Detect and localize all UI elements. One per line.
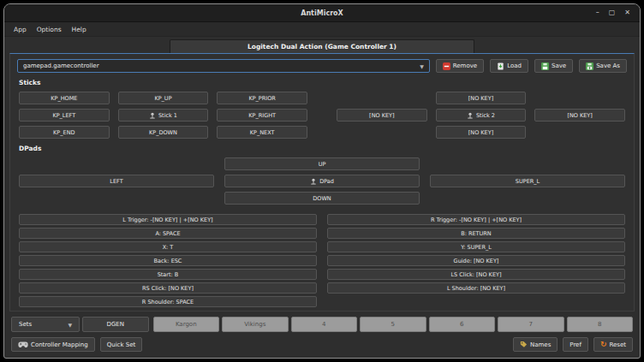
- names-button[interactable]: Names: [513, 337, 558, 352]
- r-trigger-button[interactable]: R Trigger: -[NO KEY] | +[NO KEY]: [327, 214, 625, 225]
- stick1-left-button[interactable]: KP_LEFT: [19, 109, 110, 122]
- tab-controller[interactable]: Logitech Dual Action (Game Controller 1): [170, 39, 474, 53]
- l-trigger-button[interactable]: L Trigger: -[NO KEY] | +[NO KEY]: [19, 214, 317, 225]
- menubar: App Options Help: [4, 22, 640, 37]
- set-tab-4[interactable]: 4: [291, 317, 358, 332]
- stick2-grid: [NO KEY] [NO KEY] Stick 2 [NO KEY] [NO K…: [337, 92, 625, 139]
- remove-icon: [443, 62, 450, 70]
- stick1-up-left-button[interactable]: KP_HOME: [19, 92, 110, 104]
- dpad-down-button[interactable]: DOWN: [224, 192, 420, 205]
- remove-button-label: Remove: [453, 62, 477, 69]
- reset-button[interactable]: ↻ Reset: [593, 337, 633, 352]
- controller-mapping-label: Controller Mapping: [31, 341, 88, 348]
- pref-button[interactable]: Pref: [563, 337, 588, 352]
- stick2-label: Stick 2: [476, 112, 495, 119]
- y-button[interactable]: Y: SUPER_L: [327, 241, 625, 252]
- pref-button-label: Pref: [569, 341, 581, 348]
- controller-tabbar: Logitech Dual Action (Game Controller 1): [4, 37, 640, 53]
- stick2-left-button[interactable]: [NO KEY]: [337, 109, 427, 122]
- stick1-grid: KP_HOME KP_UP KP_PRIOR KP_LEFT Stick 1 K…: [19, 92, 307, 139]
- dpads-heading: DPads: [19, 145, 627, 152]
- button-assignments: L Trigger: -[NO KEY] | +[NO KEY] A: SPAC…: [17, 214, 627, 307]
- stick1-label: Stick 1: [158, 112, 177, 119]
- profile-combobox[interactable]: gamepad.gamecontroller ▼: [17, 59, 430, 73]
- tag-icon: [520, 341, 528, 348]
- set-tab-6[interactable]: 6: [429, 317, 496, 332]
- button-column-left: L Trigger: -[NO KEY] | +[NO KEY] A: SPAC…: [19, 214, 317, 307]
- save-button-label: Save: [552, 62, 566, 69]
- controller-mapping-button[interactable]: Controller Mapping: [11, 337, 95, 352]
- joystick-icon: [149, 112, 156, 119]
- sets-dropdown[interactable]: Sets ▼: [11, 317, 80, 332]
- r-shoulder-button[interactable]: R Shoulder: SPACE: [19, 296, 317, 307]
- set-tab-3[interactable]: Vikings: [222, 317, 289, 332]
- start-button[interactable]: Start: B: [19, 269, 317, 280]
- stick1-up-right-button[interactable]: KP_PRIOR: [217, 92, 307, 104]
- reset-icon: ↻: [600, 341, 607, 348]
- window-title: AntiMicroX: [4, 9, 640, 17]
- dpad-grid: UP LEFT DPad SUPER_L DOWN: [17, 157, 627, 205]
- load-button[interactable]: Load: [490, 59, 528, 73]
- chevron-down-icon: ▼: [68, 322, 72, 328]
- set-tab-7[interactable]: 7: [498, 317, 564, 332]
- set-tab-8[interactable]: 8: [567, 317, 634, 332]
- dpad-up-button[interactable]: UP: [224, 157, 420, 170]
- a-button[interactable]: A: SPACE: [19, 228, 317, 239]
- controller-pane: gamepad.gamecontroller ▼ Remove Load Sa: [9, 53, 635, 312]
- save-as-icon: [586, 62, 593, 70]
- dpad-left-button[interactable]: LEFT: [19, 175, 214, 187]
- set-tab-1[interactable]: DGEN: [82, 317, 149, 332]
- sets-row: Sets ▼ DGEN Kargon Vikings 4 5 6 7 8: [4, 312, 640, 335]
- menu-help[interactable]: Help: [67, 24, 92, 35]
- guide-button[interactable]: Guide: [NO KEY]: [327, 255, 625, 266]
- stick2-center-button[interactable]: Stick 2: [436, 109, 527, 122]
- save-as-button[interactable]: Save As: [579, 59, 627, 73]
- quick-set-button[interactable]: Quick Set: [100, 337, 143, 352]
- ls-click-button[interactable]: LS Click: [NO KEY]: [327, 269, 625, 280]
- l-shoulder-button[interactable]: L Shoulder: [NO KEY]: [327, 282, 625, 294]
- titlebar: AntiMicroX – ▢ ✕: [4, 4, 640, 22]
- stick2-right-button[interactable]: [NO KEY]: [534, 109, 625, 122]
- remove-button[interactable]: Remove: [436, 59, 484, 73]
- joystick-icon: [467, 112, 474, 119]
- names-button-label: Names: [530, 341, 551, 348]
- stick1-up-button[interactable]: KP_UP: [118, 92, 209, 104]
- menu-options[interactable]: Options: [32, 24, 67, 35]
- profile-row: gamepad.gamecontroller ▼ Remove Load Sa: [17, 59, 627, 73]
- load-button-label: Load: [507, 62, 522, 69]
- save-as-button-label: Save As: [596, 62, 620, 69]
- dpad-label: DPad: [319, 178, 334, 185]
- rs-click-button[interactable]: RS Click: [NO KEY]: [19, 282, 317, 294]
- bottom-bar: Controller Mapping Quick Set Names Pref …: [4, 335, 640, 358]
- chevron-down-icon: ▼: [420, 63, 424, 69]
- stick2-up-button[interactable]: [NO KEY]: [436, 92, 527, 104]
- set-tab-2[interactable]: Kargon: [153, 317, 220, 332]
- maximize-button[interactable]: ▢: [609, 9, 616, 16]
- close-button[interactable]: ✕: [624, 9, 630, 16]
- window-controls: – ▢ ✕: [596, 9, 640, 16]
- profile-value: gamepad.gamecontroller: [23, 62, 99, 69]
- dpad-center-button[interactable]: DPad: [224, 175, 420, 187]
- stick1-down-left-button[interactable]: KP_END: [19, 126, 110, 139]
- b-button[interactable]: B: RETURN: [327, 228, 625, 239]
- stick1-down-right-button[interactable]: KP_NEXT: [217, 126, 307, 139]
- save-button[interactable]: Save: [534, 59, 573, 73]
- button-column-right: R Trigger: -[NO KEY] | +[NO KEY] B: RETU…: [327, 214, 625, 307]
- menu-app[interactable]: App: [9, 24, 32, 35]
- set-tab-5[interactable]: 5: [360, 317, 426, 332]
- quick-set-label: Quick Set: [107, 341, 136, 348]
- stick2-down-button[interactable]: [NO KEY]: [436, 126, 527, 139]
- stick1-down-button[interactable]: KP_DOWN: [118, 126, 209, 139]
- dpad-right-button[interactable]: SUPER_L: [430, 175, 625, 187]
- sticks-section: KP_HOME KP_UP KP_PRIOR KP_LEFT Stick 1 K…: [17, 92, 627, 139]
- stick1-right-button[interactable]: KP_RIGHT: [217, 109, 307, 122]
- gamepad-icon: [18, 341, 28, 348]
- x-button[interactable]: X: T: [19, 241, 317, 252]
- save-icon: [541, 62, 549, 70]
- joystick-icon: [310, 178, 317, 185]
- sets-dropdown-label: Sets: [19, 321, 32, 328]
- back-button[interactable]: Back: ESC: [19, 255, 317, 266]
- stick1-center-button[interactable]: Stick 1: [118, 109, 209, 122]
- load-icon: [497, 62, 504, 70]
- minimize-button[interactable]: –: [596, 9, 599, 16]
